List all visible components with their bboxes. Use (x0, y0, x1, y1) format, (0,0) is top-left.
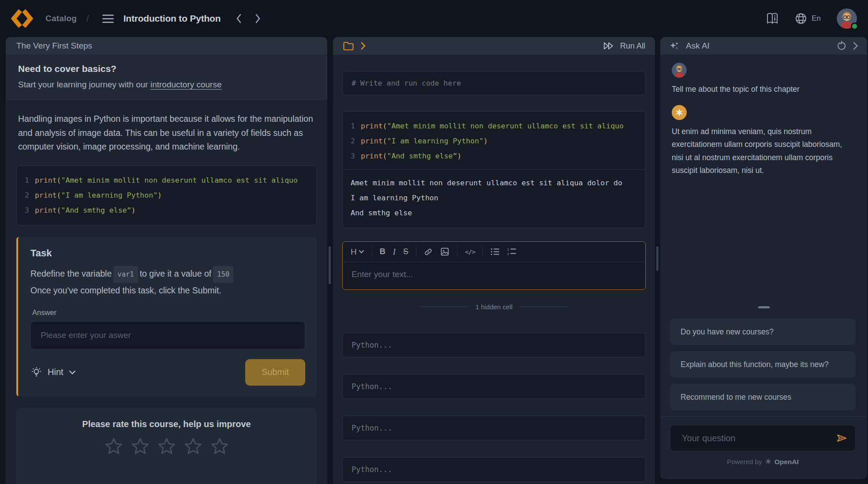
star-icon[interactable] (210, 436, 230, 457)
globe-icon[interactable] (795, 12, 807, 25)
heading-dropdown[interactable]: H (351, 247, 364, 257)
bullet-list-icon (490, 248, 500, 256)
openai-brand: OpenAI (774, 458, 799, 466)
code-line: 2print("I am learning Python") (343, 134, 645, 149)
run-all-label: Run All (620, 41, 645, 51)
chevron-down-icon (359, 250, 364, 254)
suggestions-drag-handle[interactable] (758, 306, 770, 308)
link-icon (424, 248, 433, 256)
inline-code-150: 150 (213, 266, 233, 283)
language-label[interactable]: En (812, 14, 821, 23)
star-icon[interactable] (104, 436, 124, 457)
output-line: Amet minim mollit non deserunt ullamco e… (343, 176, 645, 191)
python-cell[interactable]: Python... (342, 333, 646, 357)
run-all-button[interactable]: Run All (603, 41, 645, 51)
strikethrough-button[interactable]: S (403, 247, 408, 256)
hidden-cell-label: 1 hidden cell (475, 303, 513, 311)
chevron-down-icon (69, 370, 76, 375)
code-format-button[interactable]: </> (465, 248, 475, 255)
notebook-header: Run All (333, 37, 655, 55)
answer-input[interactable] (30, 321, 305, 349)
code-line: 3print("And smthg else”) (343, 149, 645, 164)
lightbulb-icon (30, 366, 42, 378)
openai-logo-icon (674, 108, 684, 117)
hint-button[interactable]: Hint (30, 366, 76, 378)
status-badge (851, 23, 858, 30)
suggested-questions: Do you have new courses? Explain about t… (670, 312, 856, 410)
python-cell[interactable]: Python... (342, 416, 646, 440)
python-cells: Python... Python... Python... Python... (342, 333, 646, 482)
send-icon (835, 432, 848, 444)
send-button[interactable] (835, 432, 848, 446)
submit-button[interactable]: Submit (245, 359, 305, 386)
hidden-cell-toggle[interactable]: 1 hidden cell (342, 302, 646, 311)
bullet-list-button[interactable] (490, 248, 500, 256)
star-rating (25, 436, 308, 457)
task-card: Task Redefine the variablevar1to give it… (16, 237, 317, 396)
star-icon[interactable] (157, 436, 177, 457)
output-line: And smthg else (343, 206, 645, 221)
code-line: 2print("I am learning Python") (17, 188, 316, 203)
answer-label: Answer (30, 308, 305, 317)
next-chapter-icon[interactable] (255, 13, 261, 24)
breadcrumb-catalog[interactable]: Catalog (45, 14, 77, 23)
code-line: 3print("And smthg else”) (17, 203, 316, 218)
insert-image-button[interactable] (440, 247, 449, 256)
numbered-list-icon: 1 2 (507, 248, 516, 256)
lesson-panel: The Very First Steps Need to cover basic… (6, 37, 327, 484)
introductory-course-link[interactable]: introductory course (150, 80, 222, 89)
cell-output-area: Amet minim mollit non deserunt ullamco e… (343, 176, 645, 221)
breadcrumb-separator: / (86, 14, 89, 24)
hint-label: Hint (48, 367, 64, 377)
ask-ai-panel: Ask AI Tell me about the topic of this (660, 37, 867, 479)
task-description: Redefine the variablevar1to give it a va… (30, 266, 305, 298)
files-folder-icon[interactable] (343, 41, 354, 51)
suggested-question-chip[interactable]: Explain about this function, maybe its n… (670, 351, 856, 378)
suggested-question-chip[interactable]: Do you have new courses? (670, 319, 856, 345)
middle-panel-scrollbar[interactable] (656, 246, 658, 271)
python-cell[interactable]: Python... (342, 374, 646, 399)
code-editor-area[interactable]: 1print("Amet minim mollit non deserunt u… (343, 119, 645, 164)
left-panel-scrollbar[interactable] (329, 246, 331, 284)
ai-message: Ut enim ad minima veniam, quis nostrum e… (672, 125, 856, 177)
lesson-paragraph: Handling images in Python is important b… (18, 112, 315, 154)
inline-code-var1: var1 (113, 266, 138, 283)
numbered-list-button[interactable]: 1 2 (507, 248, 516, 256)
basics-banner: Need to cover basics? Start your learnin… (6, 55, 327, 100)
image-icon (440, 247, 449, 256)
app-logo-icon[interactable] (11, 8, 33, 29)
code-cell-with-output[interactable]: 1print("Amet minim mollit non deserunt u… (342, 111, 646, 228)
rating-title: Please rate this course, help us improve (25, 419, 308, 429)
handbook-icon[interactable] (766, 12, 779, 25)
italic-button[interactable]: I (393, 247, 396, 257)
editor-toolbar: H B I S (343, 242, 645, 262)
prev-chapter-icon[interactable] (236, 13, 242, 24)
course-menu-icon[interactable] (102, 15, 114, 23)
code-cell-empty[interactable]: # Write and run code here (342, 71, 646, 95)
editor-text-area[interactable]: Enter your text... (343, 262, 645, 289)
python-cell[interactable]: Python... (342, 457, 646, 482)
star-icon[interactable] (130, 436, 150, 457)
ask-ai-title: Ask AI (686, 41, 710, 51)
svg-text:2: 2 (507, 252, 509, 256)
rating-card: Please rate this course, help us improve (16, 408, 317, 484)
top-bar: Catalog / Introduction to Python En (0, 0, 868, 37)
openai-logo-icon: ✳ (765, 457, 771, 466)
ask-ai-header: Ask AI (660, 37, 867, 55)
user-avatar[interactable] (837, 8, 857, 29)
suggested-question-chip[interactable]: Recommend to me new courses (670, 384, 856, 410)
star-icon[interactable] (183, 436, 203, 457)
link-button[interactable] (424, 248, 433, 256)
notebook-panel: Run All # Write and run code here 1print… (333, 37, 655, 484)
question-bar: Powered by ✳ OpenAI (660, 416, 867, 479)
code-line: 1print("Amet minim mollit non deserunt u… (343, 119, 645, 134)
user-message: Tell me about the topic of this chapter (672, 83, 856, 96)
refresh-icon (836, 41, 847, 51)
reset-chat-button[interactable] (836, 41, 847, 51)
collapse-panel-chevron-icon[interactable] (853, 41, 858, 50)
expand-files-chevron-icon[interactable] (360, 41, 366, 50)
task-title: Task (30, 248, 305, 259)
sparkle-icon (669, 41, 680, 51)
question-input[interactable] (670, 425, 856, 451)
bold-button[interactable]: B (380, 247, 385, 256)
